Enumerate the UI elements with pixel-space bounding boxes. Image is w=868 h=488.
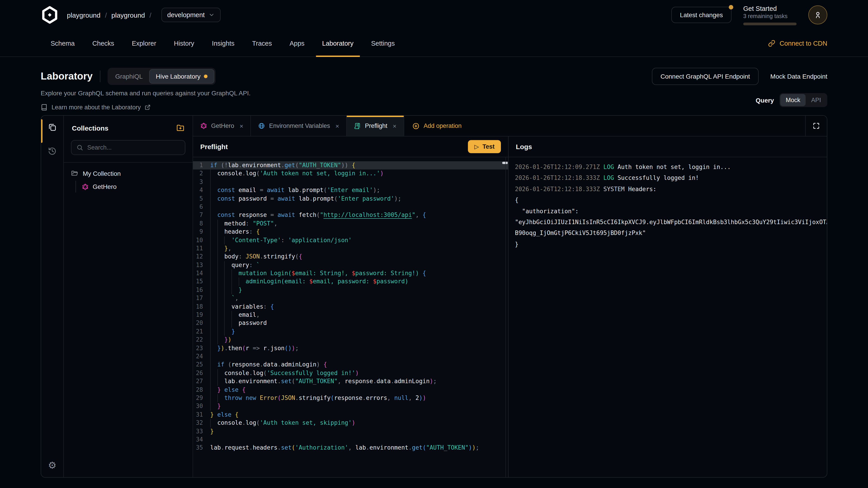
code-line: 22 })	[193, 336, 508, 344]
status-dot	[204, 74, 208, 78]
tab-preflight[interactable]: Preflight ×	[347, 116, 404, 136]
log-detail-line: "authorization":	[515, 207, 827, 218]
hive-laboratory-app: playground / playground / development La…	[0, 0, 868, 488]
log-entry: 2026-01-26T12:12:18.333Z LOG Successfull…	[515, 174, 827, 185]
page-subtitle: Explore your GraphQL schema and run quer…	[41, 90, 251, 97]
code-line: 15 adminLogin(email: $email, password: $…	[193, 278, 508, 286]
nav-tab-history[interactable]: History	[173, 30, 195, 57]
notification-dot	[729, 5, 733, 9]
nav-tab-checks[interactable]: Checks	[91, 30, 115, 57]
tabbar-spacer	[470, 116, 805, 136]
settings-gear-icon[interactable]: ⚙	[48, 460, 57, 470]
collections-icon[interactable]	[48, 123, 57, 131]
connect-graphql-endpoint-button[interactable]: Connect GraphQL API Endpoint	[652, 68, 758, 85]
project-nav: Schema Checks Explorer History Insights …	[0, 30, 868, 57]
target-selector[interactable]: development	[161, 8, 221, 22]
endpoint-toggle-label: Query	[756, 96, 774, 104]
laboratory-header: Laboratory GraphiQL Hive Laboratory Expl…	[0, 57, 868, 111]
logs-pane-title: Logs	[516, 143, 532, 151]
endpoint-option-mock[interactable]: Mock	[780, 94, 806, 106]
code-line: 32 console.log('Auth token set, skipping…	[193, 419, 508, 427]
nav-tabs: Schema Checks Explorer History Insights …	[50, 30, 396, 57]
globe-icon	[258, 123, 265, 129]
folder-open-icon	[71, 170, 78, 177]
code-line: 3	[193, 178, 508, 186]
hive-logo-icon[interactable]	[41, 6, 59, 24]
history-icon[interactable]	[48, 147, 57, 156]
plus-circle-icon	[412, 122, 420, 129]
code-line: 26 console.log('Successfully logged in!'…	[193, 369, 508, 378]
divider	[100, 70, 100, 82]
code-line: 7 const response = await fetch("http://l…	[193, 211, 508, 220]
code-line: 33}	[193, 427, 508, 435]
collection-folder-label: My Collection	[83, 170, 121, 177]
code-line: 27 lab.environment.set("AUTH_TOKEN", res…	[193, 377, 508, 386]
collections-search[interactable]	[71, 140, 185, 155]
header-right: Latest changes Get Started 3 remaining t…	[671, 5, 827, 25]
close-tab-icon[interactable]: ×	[336, 122, 339, 129]
breadcrumb-separator: /	[105, 11, 107, 19]
tab-gethero[interactable]: GetHero ×	[193, 116, 251, 136]
mode-option-hive-laboratory[interactable]: Hive Laboratory	[149, 69, 215, 84]
log-detail-line: }	[515, 240, 827, 251]
nav-tab-insights[interactable]: Insights	[211, 30, 235, 57]
code-line: 34	[193, 435, 508, 444]
nav-tab-apps[interactable]: Apps	[289, 30, 305, 57]
code-line: 12 body: JSON.stringify({	[193, 253, 508, 261]
nav-tab-schema[interactable]: Schema	[50, 30, 75, 57]
operation-tabbar: GetHero × Environment Variables × Prefli…	[193, 116, 827, 136]
editor-scrollbar-thumb[interactable]	[502, 162, 508, 164]
breadcrumb-separator: /	[149, 11, 151, 19]
collection-children: GetHero	[75, 181, 185, 193]
nav-tab-explorer[interactable]: Explorer	[131, 30, 157, 57]
learn-more-link[interactable]: Learn more about the Laboratory	[41, 104, 251, 111]
test-button[interactable]: ▷ Test	[468, 140, 501, 153]
get-started-widget[interactable]: Get Started 3 remaining tasks	[743, 5, 797, 25]
collection-operation-gethero[interactable]: GetHero	[82, 181, 185, 193]
mode-option-graphiql[interactable]: GraphiQL	[109, 70, 149, 83]
target-selector-value: development	[167, 11, 205, 19]
code-line: 10 'Content-Type': 'application/json'	[193, 236, 508, 245]
user-avatar[interactable]	[808, 5, 827, 24]
external-link-icon	[145, 104, 151, 110]
collections-sidebar: Collections My Collection	[64, 116, 193, 477]
code-line: 23 }).then(r => r.json());	[193, 344, 508, 352]
code-line: 21 }	[193, 328, 508, 336]
code-line: 19 email,	[193, 311, 508, 319]
preflight-pane-title: Preflight	[200, 143, 228, 151]
endpoint-option-api[interactable]: API	[806, 94, 827, 106]
close-tab-icon[interactable]: ×	[240, 122, 243, 129]
breadcrumb-org[interactable]: playground	[67, 11, 100, 19]
code-line: 9 headers: {	[193, 228, 508, 236]
mock-data-endpoint-button[interactable]: Mock Data Endpoint	[770, 73, 827, 80]
latest-changes-button[interactable]: Latest changes	[671, 7, 732, 23]
get-started-progress	[743, 22, 797, 25]
graphql-icon	[82, 183, 89, 190]
nav-tab-laboratory[interactable]: Laboratory	[321, 30, 354, 57]
page-title: Laboratory	[41, 70, 93, 82]
book-icon	[41, 104, 48, 111]
top-header: playground / playground / development La…	[0, 0, 868, 30]
add-operation-button[interactable]: Add operation	[404, 116, 470, 136]
breadcrumb-project[interactable]: playground	[112, 11, 145, 19]
fullscreen-icon[interactable]	[805, 116, 827, 136]
add-collection-icon[interactable]	[176, 124, 184, 132]
code-editor[interactable]: 1if (!lab.environment.get("AUTH_TOKEN"))…	[193, 157, 508, 477]
code-line: 20 password	[193, 319, 508, 328]
workspace-right: GetHero × Environment Variables × Prefli…	[193, 116, 827, 477]
code-line: 13 query: `	[193, 261, 508, 269]
play-icon: ▷	[474, 143, 479, 150]
preflight-editor-pane: Preflight ▷ Test 1if (!lab.environment.g…	[193, 136, 508, 477]
search-input[interactable]	[87, 144, 180, 151]
active-strip-indicator	[41, 119, 42, 143]
log-detail-line: B90oqg_IjOmGtjP6CkiV5Jt695jBD0fjzPxk"	[515, 229, 827, 240]
chevron-down-icon	[209, 12, 215, 18]
nav-tab-traces[interactable]: Traces	[251, 30, 273, 57]
tab-environment-variables[interactable]: Environment Variables ×	[251, 116, 347, 136]
nav-tab-settings[interactable]: Settings	[370, 30, 396, 57]
connect-to-cdn-link[interactable]: Connect to CDN	[768, 30, 827, 57]
link-icon	[768, 39, 776, 47]
code-line: 29 throw new Error(JSON.stringify(respon…	[193, 394, 508, 402]
close-tab-icon[interactable]: ×	[393, 122, 397, 129]
collection-folder[interactable]: My Collection	[71, 170, 185, 177]
